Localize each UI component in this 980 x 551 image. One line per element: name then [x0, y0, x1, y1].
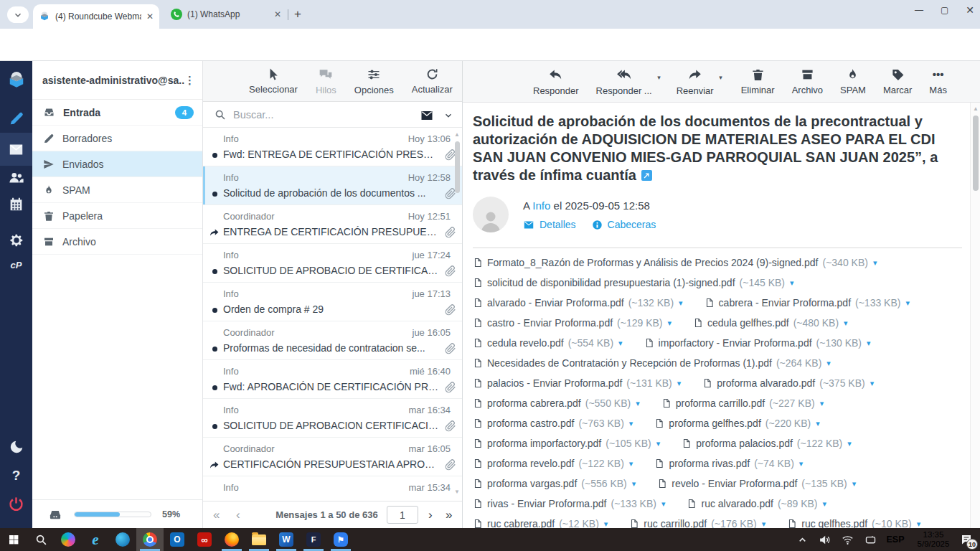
folder-item[interactable]: SPAM: [32, 177, 202, 203]
edge-button[interactable]: [109, 528, 136, 551]
list-scroll-down-icon[interactable]: ▼: [454, 489, 460, 495]
attachment-item[interactable]: proforma rivas.pdf (~74 KB) ▾: [654, 453, 803, 474]
attachment-menu-caret-icon[interactable]: ▾: [873, 258, 877, 268]
attachment-item[interactable]: proforma imporfactory.pdf (~105 KB) ▾: [473, 433, 660, 453]
attachment-menu-caret-icon[interactable]: ▾: [668, 319, 672, 328]
message-row[interactable]: Info mar 16:34 SOLICITUD DE APROBACION C…: [203, 399, 462, 438]
attachment-item[interactable]: proforma revelo.pdf (~122 KB) ▾: [473, 453, 633, 474]
message-row[interactable]: Info Hoy 12:58 Solicitud de aprobación d…: [203, 166, 462, 205]
folder-item[interactable]: Enviados: [32, 151, 202, 177]
attachment-item[interactable]: proforma cabrera.pdf (~550 KB) ▾: [473, 393, 640, 413]
attachment-name[interactable]: Formato_8_Razón de Proformas y Análisis …: [487, 257, 818, 268]
folder-item[interactable]: Entrada 4: [32, 100, 202, 126]
options-button[interactable]: Opciones: [354, 67, 394, 95]
attachment-menu-caret-icon[interactable]: ▾: [844, 319, 848, 328]
folder-item[interactable]: Papelera: [32, 203, 202, 229]
attachment-menu-caret-icon[interactable]: ▾: [677, 379, 682, 388]
acrobat-button[interactable]: ∞: [191, 528, 218, 551]
search-scope-envelope-icon[interactable]: [420, 109, 433, 122]
attachment-item[interactable]: alvarado - Enviar Proforma.pdf (~132 KB)…: [473, 293, 683, 313]
touch-keyboard-icon[interactable]: [861, 528, 880, 551]
attachment-name[interactable]: proforma alvarado.pdf: [717, 377, 815, 389]
tab-search-button[interactable]: [7, 6, 29, 23]
list-scroll-up-icon[interactable]: ▲: [454, 131, 460, 138]
mail-nav-icon[interactable]: [0, 133, 32, 166]
attachment-item[interactable]: castro - Enviar Proforma.pdf (~129 KB) ▾: [473, 313, 672, 333]
dark-mode-moon-icon[interactable]: [0, 439, 32, 455]
open-in-new-window-icon[interactable]: [641, 170, 652, 181]
tab-roundcube[interactable]: (4) Roundcube Webmail :: Envia ✕: [33, 4, 159, 29]
more-button[interactable]: ••• Más: [929, 67, 947, 95]
attachment-menu-caret-icon[interactable]: ▾: [820, 399, 824, 408]
spam-button[interactable]: SPAM: [840, 67, 866, 95]
attachment-item[interactable]: rivas - Enviar Proforma.pdf (~133 KB) ▾: [473, 494, 665, 514]
attachment-menu-caret-icon[interactable]: ▾: [661, 499, 666, 509]
attachment-menu-caret-icon[interactable]: ▾: [816, 419, 820, 428]
attachment-name[interactable]: ruc gelfhes.pdf: [801, 518, 867, 528]
attachment-item[interactable]: cedula revelo.pdf (~554 KB) ▾: [473, 333, 623, 353]
fs-app-button[interactable]: F: [300, 528, 327, 551]
archive-button[interactable]: Archivo: [792, 67, 823, 95]
message-row[interactable]: Info Hoy 13:06 Fwd: ENTREGA DE CERTIFICA…: [203, 128, 462, 166]
notification-center-button[interactable]: 10: [957, 528, 976, 551]
attachment-menu-caret-icon[interactable]: ▾: [679, 298, 683, 308]
attachment-name[interactable]: ruc alvarado.pdf: [701, 498, 773, 509]
clock[interactable]: 13:35 5/9/2025: [911, 528, 956, 551]
attachment-name[interactable]: revelo - Enviar Proforma.pdf: [672, 478, 797, 489]
help-icon[interactable]: ?: [0, 468, 32, 484]
attachment-menu-caret-icon[interactable]: ▾: [852, 479, 857, 489]
outlook-button[interactable]: O: [164, 528, 191, 551]
mail-scroll-up-icon[interactable]: ▲: [973, 105, 979, 112]
taskbar-search-button[interactable]: [27, 528, 55, 551]
reply-button[interactable]: Responder: [533, 67, 579, 96]
attachment-name[interactable]: proforma gelfhes.pdf: [669, 418, 760, 429]
attachment-name[interactable]: cedula revelo.pdf: [487, 337, 564, 349]
attachment-menu-caret-icon[interactable]: ▾: [604, 519, 608, 529]
attachment-menu-caret-icon[interactable]: ▾: [629, 459, 633, 468]
firefox-button[interactable]: [218, 528, 245, 551]
attachment-name[interactable]: proforma imporfactory.pdf: [487, 438, 601, 449]
attachment-name[interactable]: alvarado - Enviar Proforma.pdf: [487, 297, 624, 309]
attachment-menu-caret-icon[interactable]: ▾: [632, 479, 636, 489]
next-page-button[interactable]: ›: [428, 501, 433, 529]
attachment-item[interactable]: ruc gelfhes.pdf (~10 KB) ▾: [787, 514, 920, 528]
attachment-name[interactable]: castro - Enviar Proforma.pdf: [487, 317, 613, 329]
attachment-item[interactable]: cedula gelfhes.pdf (~480 KB) ▾: [693, 313, 848, 333]
attachment-name[interactable]: proforma cabrera.pdf: [487, 397, 581, 409]
window-minimize-button[interactable]: —: [915, 5, 923, 15]
attachment-name[interactable]: Necesidades de Contratación y Recepción …: [487, 357, 772, 369]
search-input[interactable]: [233, 109, 391, 121]
wifi-icon[interactable]: [838, 528, 857, 551]
attachment-menu-caret-icon[interactable]: ▾: [870, 379, 875, 388]
attachment-item[interactable]: proforma carrillo.pdf (~227 KB) ▾: [661, 393, 824, 413]
attachment-item[interactable]: ruc carrillo.pdf (~176 KB) ▾: [629, 514, 765, 528]
select-button[interactable]: Seleccionar: [249, 67, 298, 95]
search-options-chevron-icon[interactable]: [444, 111, 453, 120]
attachment-name[interactable]: imporfactory - Enviar Proforma.pdf: [659, 337, 812, 349]
attachment-item[interactable]: ruc alvarado.pdf (~89 KB) ▾: [687, 494, 826, 514]
attachment-name[interactable]: proforma revelo.pdf: [487, 458, 574, 469]
language-indicator[interactable]: ESP: [882, 528, 908, 551]
attachment-menu-caret-icon[interactable]: ▾: [790, 278, 794, 288]
attachment-item[interactable]: palacios - Enviar Proforma.pdf (~131 KB)…: [473, 373, 681, 393]
attachment-name[interactable]: proforma carrillo.pdf: [676, 397, 765, 409]
message-row[interactable]: Info jue 17:24 SOLICITUD DE APROBACIO DE…: [203, 244, 462, 283]
mark-button[interactable]: Marcar: [883, 67, 912, 95]
forward-caret-icon[interactable]: ▾: [719, 74, 722, 81]
internet-explorer-button[interactable]: e: [82, 528, 109, 551]
attachment-item[interactable]: Formato_8_Razón de Proformas y Análisis …: [473, 253, 877, 273]
attachment-item[interactable]: proforma gelfhes.pdf (~220 KB) ▾: [654, 413, 819, 433]
refresh-button[interactable]: Actualizar: [412, 67, 453, 95]
contacts-nav-icon[interactable]: [0, 170, 32, 186]
settings-gear-icon[interactable]: [0, 232, 32, 248]
copilot-button[interactable]: [55, 528, 82, 551]
attachment-menu-caret-icon[interactable]: ▾: [656, 439, 661, 448]
attachment-item[interactable]: solicitud de disponibilidad presupuestar…: [473, 273, 794, 293]
page-number-input[interactable]: [387, 506, 418, 524]
attachment-menu-caret-icon[interactable]: ▾: [762, 519, 766, 529]
delete-button[interactable]: Eliminar: [741, 67, 775, 95]
attachment-item[interactable]: proforma palacios.pdf (~122 KB) ▾: [682, 433, 852, 453]
new-tab-button[interactable]: +: [294, 7, 301, 22]
last-page-button[interactable]: »: [446, 501, 452, 529]
message-row[interactable]: Coordinador jue 16:05 Proformas de neces…: [203, 321, 462, 360]
